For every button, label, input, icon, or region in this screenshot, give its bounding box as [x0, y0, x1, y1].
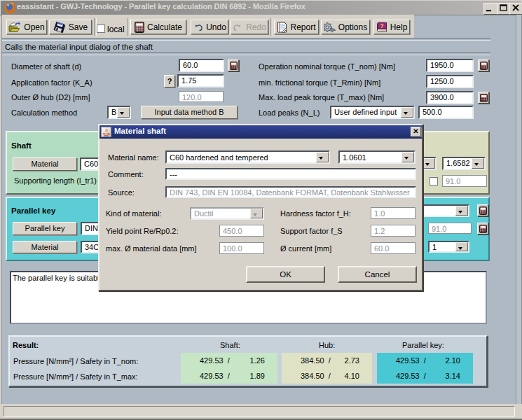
svg-text:?: ? — [380, 22, 383, 29]
